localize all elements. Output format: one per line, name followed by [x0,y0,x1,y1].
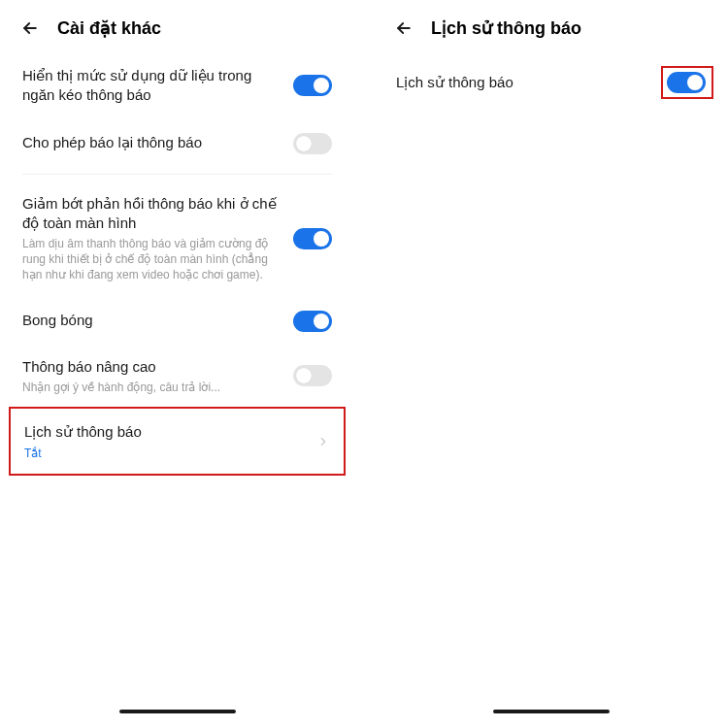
setting-fullscreen[interactable]: Giảm bớt phản hồi thông báo khi ở chế độ… [5,181,349,297]
toggle-snooze[interactable] [293,133,332,154]
setting-status: Tắt [24,447,305,460]
setting-label: Bong bóng [22,311,281,330]
setting-subtext: Làm dịu âm thanh thông báo và giảm cường… [22,236,281,283]
setting-snooze[interactable]: Cho phép báo lại thông báo [5,119,349,168]
back-button[interactable] [20,18,40,38]
page-title: Cài đặt khác [57,17,161,39]
arrow-left-icon [394,18,414,38]
setting-label: Lịch sử thông báo [24,422,305,442]
setting-bubbles[interactable]: Bong bóng [5,297,349,346]
toggle-enhanced[interactable] [293,365,332,386]
toggle-data-usage[interactable] [293,75,332,96]
home-indicator[interactable] [493,710,610,713]
screen-notification-history: Lịch sử thông báo Lịch sử thông báo [379,0,723,728]
header: Cài đặt khác [5,0,349,52]
setting-history[interactable]: Lịch sử thông báo Tắt [9,407,346,476]
home-indicator[interactable] [119,710,236,713]
highlight-box [661,66,713,99]
setting-label: Hiển thị mức sử dụng dữ liệu trong ngăn … [22,66,281,106]
back-button[interactable] [394,18,414,38]
setting-history-toggle-row[interactable]: Lịch sử thông báo [379,52,723,113]
setting-enhanced[interactable]: Thông báo nâng cao Nhận gợi ý về hành độ… [5,346,349,407]
toggle-fullscreen[interactable] [293,228,332,249]
setting-label: Thông báo nâng cao [22,357,281,377]
setting-subtext: Nhận gợi ý về hành động, câu trả lời... [22,380,281,395]
screen-other-settings: Cài đặt khác Hiển thị mức sử dụng dữ liệ… [5,0,349,728]
setting-label: Cho phép báo lại thông báo [22,133,281,152]
divider [22,174,332,175]
setting-label: Lịch sử thông báo [396,73,649,92]
header: Lịch sử thông báo [379,0,723,52]
setting-data-usage[interactable]: Hiển thị mức sử dụng dữ liệu trong ngăn … [5,52,349,119]
chevron-right-icon [316,435,330,448]
page-title: Lịch sử thông báo [431,17,581,39]
toggle-history[interactable] [667,72,706,93]
setting-label: Giảm bớt phản hồi thông báo khi ở chế độ… [22,194,281,234]
arrow-left-icon [20,18,40,38]
toggle-bubbles[interactable] [293,311,332,332]
